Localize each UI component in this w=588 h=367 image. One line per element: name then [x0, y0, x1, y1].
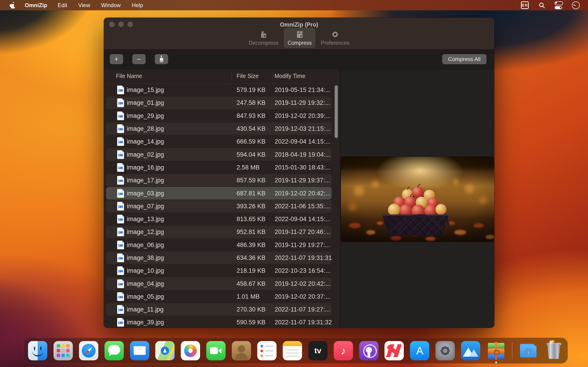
- tab-decompress[interactable]: Decompress: [245, 28, 282, 48]
- table-row[interactable]: image_10.jpg 218.19 KB 2022-10-23 16:54:…: [104, 264, 340, 277]
- dock-maps-icon[interactable]: [155, 341, 174, 360]
- modify-time-cell: 2022-09-04 14:15:...: [275, 138, 330, 145]
- table-row[interactable]: image_17.jpg 857.59 KB 2019-11-29 19:37:…: [104, 174, 340, 187]
- file-size-cell: 430.54 KB: [237, 125, 266, 132]
- jpg-file-icon: [117, 98, 124, 107]
- dock-settings-icon[interactable]: [435, 341, 455, 360]
- table-row[interactable]: image_14.jpg 666.59 KB 2022-09-04 14:15:…: [104, 135, 340, 148]
- dock: tv ♪ A ↓: [24, 338, 568, 364]
- modify-time-cell: 2022-11-07 19:31:31: [275, 254, 332, 261]
- running-indicator-dot: [495, 361, 497, 363]
- dock-reminders-icon[interactable]: [257, 341, 277, 360]
- table-row[interactable]: image_02.jpg 594.04 KB 2018-04-19 19:04:…: [104, 148, 340, 161]
- file-size-cell: 1.01 MB: [237, 293, 260, 300]
- apple-menu-icon[interactable]: [7, 2, 18, 9]
- dock-news-icon[interactable]: [384, 341, 404, 360]
- file-size-cell: 594.04 KB: [237, 151, 266, 158]
- column-header-file-size[interactable]: File Size: [237, 73, 259, 79]
- file-size-cell: 813.65 KB: [237, 216, 266, 223]
- table-row[interactable]: image_04.jpg 458.67 KB 2019-12-02 20:42:…: [104, 277, 340, 290]
- menu-item-edit[interactable]: Edit: [52, 2, 73, 8]
- table-row[interactable]: image_16.jpg 2.58 MB 2015-01-30 18:43:..…: [104, 161, 340, 174]
- dock-appstore-icon[interactable]: A: [410, 341, 429, 360]
- menu-item-help[interactable]: Help: [126, 2, 149, 8]
- jpg-file-icon: [117, 163, 124, 172]
- table-row[interactable]: image_39.jpg 590.59 KB 2022-11-07 19:31:…: [104, 316, 340, 328]
- dock-music-icon[interactable]: ♪: [334, 341, 353, 360]
- file-size-cell: 458.67 KB: [237, 280, 266, 287]
- column-header-modify-time[interactable]: Modify Time: [275, 73, 305, 79]
- toolbar-tabs: Decompress Compress: [104, 28, 494, 48]
- dock-messages-icon[interactable]: [104, 341, 124, 360]
- command-palette-icon[interactable]: ⌘: [521, 2, 529, 9]
- dock-launchpad-icon[interactable]: [53, 341, 73, 360]
- control-center-icon[interactable]: [555, 2, 563, 9]
- dock-contacts-icon[interactable]: [232, 341, 251, 360]
- file-name-cell: image_15.jpg: [127, 86, 164, 94]
- table-row[interactable]: image_29.jpg 847.93 KB 2019-12-02 20:39:…: [104, 109, 340, 122]
- table-row[interactable]: image_05.jpg 1.01 MB 2019-12-02 20:37:..…: [104, 290, 340, 303]
- file-size-cell: 590.59 KB: [237, 319, 266, 326]
- image-preview: [341, 157, 494, 242]
- dock-podcasts-icon[interactable]: [359, 341, 379, 360]
- dock-safari-icon[interactable]: [79, 341, 98, 360]
- menu-item-window[interactable]: Window: [95, 2, 126, 8]
- dock-photos-icon[interactable]: [181, 341, 200, 360]
- menu-app-name[interactable]: OmniZip: [20, 2, 52, 8]
- scrollbar-thumb[interactable]: [335, 85, 338, 138]
- dock-omnizip-icon[interactable]: [486, 341, 506, 360]
- tab-preferences[interactable]: Preferences: [317, 28, 353, 48]
- compress-all-button[interactable]: Compress All: [442, 54, 486, 64]
- menu-item-view[interactable]: View: [73, 2, 96, 8]
- table-row[interactable]: image_38.jpg 634.36 KB 2022-11-07 19:31:…: [104, 251, 340, 264]
- dock-facetime-icon[interactable]: [206, 341, 225, 360]
- table-row[interactable]: image_15.jpg 579.19 KB 2019-05-15 21:34:…: [104, 83, 340, 96]
- add-file-button[interactable]: +: [110, 54, 123, 64]
- jpg-file-icon: [117, 137, 124, 146]
- modify-time-cell: 2019-05-15 21:34:...: [275, 86, 330, 94]
- remove-file-button[interactable]: −: [132, 54, 146, 64]
- compress-box-icon: [295, 30, 304, 39]
- clock-icon[interactable]: [572, 2, 580, 9]
- dock-trash-icon[interactable]: [544, 341, 563, 360]
- modify-time-cell: 2018-04-19 19:04:...: [275, 151, 330, 158]
- table-row[interactable]: image_11.jpg 270.30 KB 2022-11-07 19:27:…: [104, 303, 340, 316]
- file-size-cell: 2.58 MB: [237, 164, 260, 171]
- dock-mail-icon[interactable]: [130, 341, 149, 360]
- jpg-file-icon: [117, 176, 124, 185]
- tab-compress-label: Compress: [288, 40, 312, 46]
- file-size-cell: 218.19 KB: [237, 267, 266, 274]
- clear-list-button[interactable]: [155, 54, 168, 64]
- modify-time-cell: 2019-12-02 20:39:...: [275, 112, 330, 119]
- file-size-cell: 579.19 KB: [237, 86, 266, 94]
- file-list-buttons: + −: [110, 54, 168, 64]
- window-toolbar: + − Compress All: [104, 50, 494, 69]
- dock-appletv-icon[interactable]: tv: [308, 341, 328, 360]
- column-separator: [273, 72, 273, 81]
- table-row[interactable]: image_06.jpg 486.39 KB 2019-11-29 19:27:…: [104, 239, 340, 251]
- search-icon[interactable]: [538, 2, 546, 9]
- tab-compress[interactable]: Compress: [284, 28, 315, 48]
- file-list: image_15.jpg 579.19 KB 2019-05-15 21:34:…: [104, 83, 340, 328]
- file-size-cell: 666.59 KB: [237, 138, 266, 145]
- file-name-cell: image_39.jpg: [127, 319, 164, 326]
- table-row[interactable]: image_01.jpg 247.58 KB 2019-11-29 19:32:…: [104, 96, 340, 109]
- table-row[interactable]: image_03.jpg 687.81 KB 2019-12-02 20:42:…: [104, 187, 340, 200]
- table-row[interactable]: image_12.jpg 952.81 KB 2019-11-27 20:46:…: [104, 225, 340, 238]
- dock-finder-icon[interactable]: [28, 341, 47, 360]
- dock-downloads-icon[interactable]: ↓: [519, 341, 538, 360]
- jpg-file-icon: [117, 241, 124, 249]
- column-header-file-name[interactable]: File Name: [116, 73, 142, 79]
- file-name-cell: image_01.jpg: [127, 99, 164, 106]
- jpg-file-icon: [117, 227, 124, 236]
- file-name-cell: image_14.jpg: [127, 138, 164, 145]
- file-name-cell: image_16.jpg: [127, 164, 164, 171]
- dock-mountain-app-icon[interactable]: [461, 341, 480, 360]
- file-name-cell: image_28.jpg: [127, 125, 164, 132]
- modify-time-cell: 2022-11-07 19:27:...: [275, 306, 330, 313]
- table-row[interactable]: image_28.jpg 430.54 KB 2019-12-03 21:15:…: [104, 122, 340, 135]
- dock-notes-icon[interactable]: [283, 341, 302, 360]
- file-name-cell: image_12.jpg: [127, 228, 164, 236]
- table-row[interactable]: image_13.jpg 813.65 KB 2022-09-04 14:15:…: [104, 213, 340, 225]
- table-row[interactable]: image_07.jpg 393.26 KB 2022-11-06 15:35:…: [104, 200, 340, 213]
